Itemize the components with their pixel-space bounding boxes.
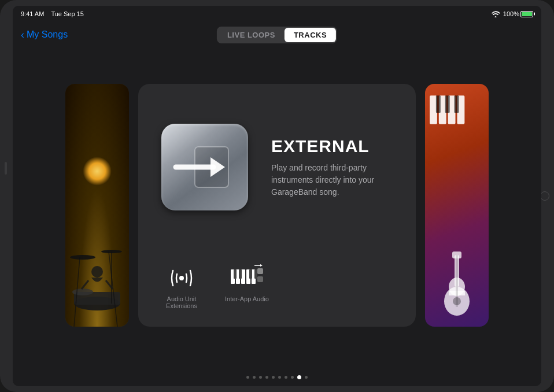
- external-title: EXTERNAL: [271, 136, 393, 156]
- svg-point-14: [179, 276, 184, 280]
- svg-rect-11: [195, 147, 228, 187]
- svg-marker-27: [260, 264, 263, 267]
- svg-point-40: [453, 297, 461, 305]
- battery-text: 100%: [503, 10, 519, 17]
- arrow-icon-svg: [173, 135, 237, 199]
- segment-tracks[interactable]: TRACKS: [285, 28, 336, 42]
- card-info: EXTERNAL Play and record third-party ins…: [271, 136, 393, 198]
- card-drums[interactable]: [65, 84, 129, 327]
- guitar-icon: [439, 249, 474, 319]
- drums-background: [65, 84, 129, 327]
- drums-scene: [65, 84, 129, 327]
- back-chevron-icon: ‹: [21, 29, 24, 40]
- svg-rect-17: [241, 269, 245, 284]
- screen: 9:41 AM Tue Sep 15 100%: [13, 6, 541, 386]
- page-dot-8: [291, 376, 294, 379]
- back-button[interactable]: ‹ My Songs: [21, 29, 68, 40]
- status-time: 9:41 AM Tue Sep 15: [21, 10, 84, 17]
- svg-rect-22: [249, 269, 252, 279]
- inter-app-audio-icon: [230, 264, 264, 290]
- svg-point-0: [70, 255, 95, 260]
- svg-rect-39: [452, 252, 461, 258]
- time-display: 9:41 AM: [21, 10, 44, 17]
- cards-container: EXTERNAL Play and record third-party ins…: [13, 47, 541, 363]
- status-bar: 9:41 AM Tue Sep 15 100%: [13, 6, 541, 22]
- svg-rect-21: [239, 269, 242, 279]
- svg-rect-34: [455, 95, 459, 113]
- keyboard-icon: [430, 95, 484, 127]
- svg-line-7: [109, 252, 117, 327]
- date-display: Tue Sep 15: [51, 10, 83, 17]
- right-card-bottom: [439, 249, 474, 321]
- svg-point-8: [91, 266, 103, 278]
- inter-app-label: Inter-App Audio: [225, 295, 269, 302]
- home-button[interactable]: [540, 191, 549, 201]
- svg-rect-20: [234, 269, 237, 279]
- audio-unit-icon: [164, 262, 199, 291]
- side-button-left: [5, 162, 7, 175]
- external-icon: [161, 124, 248, 210]
- status-right: 100%: [491, 10, 533, 17]
- card-bottom-section: Audio Unit Extensions: [138, 250, 416, 327]
- audio-unit-label: Audio Unit Extensions: [156, 295, 208, 309]
- svg-rect-38: [455, 255, 459, 287]
- card-external[interactable]: EXTERNAL Play and record third-party ins…: [138, 84, 416, 327]
- svg-rect-24: [257, 268, 263, 274]
- page-dot-4: [265, 376, 268, 379]
- svg-point-4: [72, 289, 93, 295]
- page-dot-9: [297, 375, 301, 379]
- page-dot-1: [246, 376, 249, 379]
- page-indicator: [13, 375, 541, 379]
- sun-glow: [83, 157, 112, 186]
- page-dot-7: [285, 376, 287, 379]
- segment-live-loops[interactable]: LIVE LOOPS: [218, 28, 285, 42]
- svg-rect-37: [449, 291, 465, 295]
- battery-indicator: 100%: [503, 10, 533, 17]
- page-dot-2: [253, 376, 256, 379]
- wifi-icon: [491, 10, 500, 17]
- battery-fill: [522, 12, 532, 16]
- back-label: My Songs: [27, 29, 68, 40]
- feature-inter-app[interactable]: Inter-App Audio: [225, 262, 269, 302]
- svg-line-9: [82, 280, 88, 289]
- nav-bar: ‹ My Songs LIVE LOOPS TRACKS: [13, 22, 541, 47]
- page-dot-6: [278, 376, 281, 379]
- svg-rect-32: [436, 95, 441, 113]
- svg-rect-23: [254, 269, 257, 279]
- ipad-frame: 9:41 AM Tue Sep 15 100%: [0, 0, 554, 392]
- battery-bar: [520, 11, 533, 17]
- svg-rect-33: [445, 95, 450, 113]
- radio-waves-icon: [164, 264, 199, 290]
- feature-audio-unit[interactable]: Audio Unit Extensions: [156, 262, 208, 309]
- svg-rect-25: [257, 276, 263, 282]
- page-dot-5: [272, 376, 275, 379]
- segment-control: LIVE LOOPS TRACKS: [217, 27, 337, 43]
- inter-app-icon: [230, 262, 264, 291]
- right-card-top: [430, 95, 484, 127]
- card-keyboard-guitar[interactable]: [425, 84, 489, 327]
- content-area: EXTERNAL Play and record third-party ins…: [13, 47, 541, 386]
- external-description: Play and record third-party instruments …: [271, 162, 393, 198]
- drum-kit-svg: [65, 211, 129, 327]
- page-dot-3: [259, 376, 262, 379]
- page-dot-10: [305, 376, 308, 379]
- card-top-section: EXTERNAL Play and record third-party ins…: [138, 84, 416, 250]
- svg-marker-13: [210, 157, 225, 177]
